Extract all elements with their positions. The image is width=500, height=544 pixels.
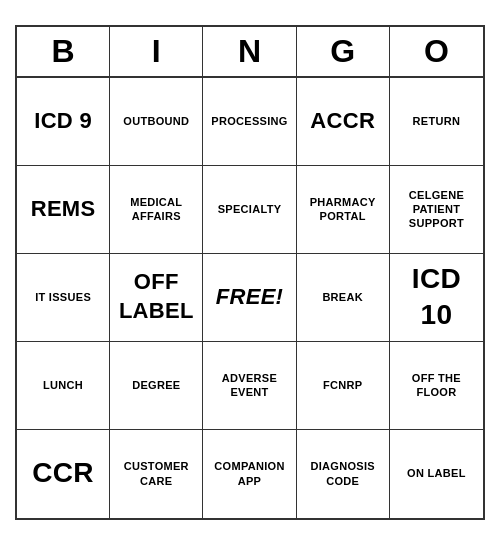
cell-text: ON LABEL xyxy=(407,466,466,480)
cell-text: COMPANION APP xyxy=(207,459,291,488)
cell-text: BREAK xyxy=(322,290,363,304)
bingo-cell: ON LABEL xyxy=(390,430,483,518)
header-letter: I xyxy=(110,27,203,76)
bingo-cell: OFF LABEL xyxy=(110,254,203,342)
cell-text: CCR xyxy=(32,455,94,491)
cell-text: PROCESSING xyxy=(211,114,287,128)
bingo-cell: FCNRP xyxy=(297,342,390,430)
bingo-cell: BREAK xyxy=(297,254,390,342)
bingo-cell: COMPANION APP xyxy=(203,430,296,518)
bingo-card: BINGO ICD 9OUTBOUNDPROCESSINGACCRRETURNR… xyxy=(15,25,485,520)
cell-text: OUTBOUND xyxy=(123,114,189,128)
cell-text: MEDICAL AFFAIRS xyxy=(114,195,198,224)
bingo-cell: DEGREE xyxy=(110,342,203,430)
cell-text: ICD 9 xyxy=(34,107,92,136)
bingo-cell: ICD 10 xyxy=(390,254,483,342)
bingo-grid: ICD 9OUTBOUNDPROCESSINGACCRRETURNREMSMED… xyxy=(17,78,483,518)
bingo-cell: LUNCH xyxy=(17,342,110,430)
header-letter: O xyxy=(390,27,483,76)
bingo-cell: PROCESSING xyxy=(203,78,296,166)
cell-text: OFF THE FLOOR xyxy=(394,371,479,400)
bingo-cell: ICD 9 xyxy=(17,78,110,166)
cell-text: IT ISSUES xyxy=(35,290,91,304)
bingo-cell: DIAGNOSIS CODE xyxy=(297,430,390,518)
cell-text: OFF LABEL xyxy=(114,268,198,325)
cell-text: REMS xyxy=(31,195,96,224)
cell-text: ADVERSE EVENT xyxy=(207,371,291,400)
bingo-cell: OUTBOUND xyxy=(110,78,203,166)
bingo-cell: RETURN xyxy=(390,78,483,166)
header-letter: B xyxy=(17,27,110,76)
bingo-cell: Free! xyxy=(203,254,296,342)
cell-text: DIAGNOSIS CODE xyxy=(301,459,385,488)
cell-text: ACCR xyxy=(310,107,375,136)
bingo-cell: CELGENE PATIENT SUPPORT xyxy=(390,166,483,254)
cell-text: Free! xyxy=(216,283,284,312)
bingo-cell: IT ISSUES xyxy=(17,254,110,342)
cell-text: LUNCH xyxy=(43,378,83,392)
cell-text: DEGREE xyxy=(132,378,180,392)
cell-text: ICD 10 xyxy=(394,261,479,334)
cell-text: CELGENE PATIENT SUPPORT xyxy=(394,188,479,231)
bingo-cell: SPECIALTY xyxy=(203,166,296,254)
bingo-cell: CUSTOMER CARE xyxy=(110,430,203,518)
bingo-header: BINGO xyxy=(17,27,483,78)
bingo-cell: PHARMACY PORTAL xyxy=(297,166,390,254)
header-letter: N xyxy=(203,27,296,76)
cell-text: CUSTOMER CARE xyxy=(114,459,198,488)
bingo-cell: CCR xyxy=(17,430,110,518)
bingo-cell: REMS xyxy=(17,166,110,254)
cell-text: RETURN xyxy=(413,114,461,128)
header-letter: G xyxy=(297,27,390,76)
bingo-cell: OFF THE FLOOR xyxy=(390,342,483,430)
bingo-cell: MEDICAL AFFAIRS xyxy=(110,166,203,254)
bingo-cell: ADVERSE EVENT xyxy=(203,342,296,430)
bingo-cell: ACCR xyxy=(297,78,390,166)
cell-text: SPECIALTY xyxy=(218,202,282,216)
cell-text: FCNRP xyxy=(323,378,362,392)
cell-text: PHARMACY PORTAL xyxy=(301,195,385,224)
